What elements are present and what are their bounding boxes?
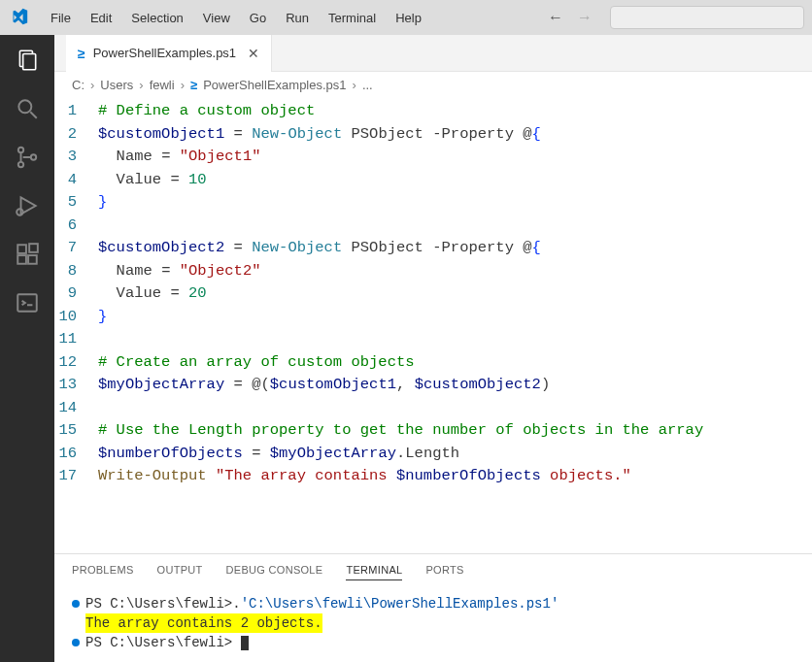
code-line[interactable]: 5} — [54, 191, 812, 215]
panel-tab-output[interactable]: OUTPUT — [157, 564, 203, 580]
svg-point-2 — [18, 100, 31, 113]
code-line[interactable]: 15# Use the Length property to get the n… — [54, 419, 812, 443]
code-line[interactable]: 9 Value = 20 — [54, 282, 812, 306]
crumb-file[interactable]: PowerShellExamples.ps1 — [203, 78, 346, 92]
search-icon[interactable] — [14, 95, 41, 122]
line-number: 6 — [54, 215, 98, 238]
menu-run[interactable]: Run — [276, 7, 319, 29]
nav-arrows: ← → — [548, 9, 592, 26]
code-content[interactable]: # Create an array of custom objects — [98, 351, 415, 375]
crumb-trail[interactable]: ... — [362, 78, 373, 92]
svg-rect-12 — [17, 294, 37, 311]
run-debug-icon[interactable] — [14, 192, 41, 219]
tab-title: PowerShellExamples.ps1 — [93, 46, 236, 60]
line-number: 16 — [54, 443, 98, 466]
svg-point-7 — [17, 209, 23, 215]
code-line[interactable]: 17Write-Output "The array contains $numb… — [54, 465, 812, 488]
line-number: 7 — [54, 237, 98, 260]
terminal-dot: . — [232, 594, 240, 613]
code-content[interactable] — [98, 215, 107, 238]
code-content[interactable]: Value = 20 — [98, 282, 207, 306]
crumb[interactable]: C: — [72, 78, 85, 92]
line-number: 3 — [54, 146, 98, 169]
code-line[interactable]: 13$myObjectArray = @($customObject1, $cu… — [54, 374, 812, 397]
code-content[interactable]: $myObjectArray = @($customObject1, $cust… — [98, 374, 550, 397]
code-content[interactable]: $customObject1 = New-Object PSObject -Pr… — [98, 123, 541, 147]
code-content[interactable]: Name = "Object1" — [98, 146, 260, 169]
code-line[interactable]: 16$numberOfObjects = $myObjectArray.Leng… — [54, 443, 812, 466]
terminal-line: PS C:\Users\fewli> — [72, 633, 795, 652]
tab-powershellexamples[interactable]: ≥ PowerShellExamples.ps1 ✕ — [66, 35, 272, 72]
panel-tab-ports[interactable]: PORTS — [425, 564, 463, 580]
line-number: 8 — [54, 260, 98, 283]
terminal-prompt: PS C:\Users\fewli> — [85, 594, 232, 613]
line-number: 2 — [54, 123, 98, 147]
code-line[interactable]: 11 — [54, 328, 812, 351]
code-content[interactable] — [98, 328, 107, 351]
svg-line-3 — [30, 112, 37, 118]
prompt-indicator-icon — [72, 600, 80, 608]
code-editor[interactable]: 1# Define a custom object2$customObject1… — [54, 98, 812, 553]
code-line[interactable]: 8 Name = "Object2" — [54, 260, 812, 283]
panel-tab-problems[interactable]: PROBLEMS — [72, 564, 134, 580]
svg-point-4 — [18, 148, 23, 152]
activity-bar — [0, 35, 54, 662]
explorer-icon[interactable] — [14, 47, 41, 74]
menu-edit[interactable]: Edit — [81, 7, 121, 29]
panel: PROBLEMSOUTPUTDEBUG CONSOLETERMINALPORTS… — [54, 553, 812, 662]
svg-rect-11 — [29, 244, 38, 252]
code-content[interactable]: } — [98, 306, 107, 329]
code-line[interactable]: 6 — [54, 215, 812, 238]
code-content[interactable]: # Define a custom object — [98, 100, 315, 123]
code-content[interactable]: Name = "Object2" — [98, 260, 260, 283]
code-line[interactable]: 7$customObject2 = New-Object PSObject -P… — [54, 237, 812, 260]
terminal-line: The array contains 2 objects. — [72, 613, 795, 633]
code-line[interactable]: 12# Create an array of custom objects — [54, 351, 812, 375]
line-number: 15 — [54, 419, 98, 443]
code-content[interactable]: Write-Output "The array contains $number… — [98, 465, 631, 488]
extensions-icon[interactable] — [14, 241, 41, 268]
code-line[interactable]: 3 Name = "Object1" — [54, 146, 812, 169]
powershell-file-icon: ≥ — [78, 46, 85, 61]
code-line[interactable]: 1# Define a custom object — [54, 100, 812, 123]
menu-bar: FileEditSelectionViewGoRunTerminalHelp — [41, 11, 431, 25]
close-icon[interactable]: ✕ — [248, 46, 259, 61]
code-content[interactable]: $customObject2 = New-Object PSObject -Pr… — [98, 237, 541, 260]
line-number: 1 — [54, 100, 98, 123]
crumb[interactable]: Users — [100, 78, 133, 92]
menu-help[interactable]: Help — [386, 7, 431, 29]
terminal-pane-icon[interactable] — [14, 289, 41, 316]
line-number: 11 — [54, 328, 98, 351]
code-line[interactable]: 14 — [54, 397, 812, 420]
panel-tab-debug-console[interactable]: DEBUG CONSOLE — [226, 564, 323, 580]
breadcrumbs[interactable]: C:› Users› fewli› ≥ PowerShellExamples.p… — [54, 72, 812, 98]
code-line[interactable]: 2$customObject1 = New-Object PSObject -P… — [54, 123, 812, 147]
menu-file[interactable]: File — [41, 7, 81, 29]
code-line[interactable]: 10} — [54, 306, 812, 329]
code-content[interactable]: $numberOfObjects = $myObjectArray.Length — [98, 443, 459, 466]
code-content[interactable]: Value = 10 — [98, 169, 207, 192]
crumb[interactable]: fewli — [150, 78, 175, 92]
nav-back-icon[interactable]: ← — [548, 9, 563, 26]
vscode-logo-icon — [8, 7, 29, 28]
terminal-prompt: PS C:\Users\fewli> — [85, 633, 232, 652]
menu-go[interactable]: Go — [240, 7, 276, 29]
menu-view[interactable]: View — [193, 7, 240, 29]
line-number: 13 — [54, 374, 98, 397]
command-center-search[interactable] — [610, 6, 804, 29]
menu-terminal[interactable]: Terminal — [319, 7, 386, 29]
source-control-icon[interactable] — [14, 144, 41, 171]
code-line[interactable]: 4 Value = 10 — [54, 169, 812, 192]
editor-tabs: ≥ PowerShellExamples.ps1 ✕ — [54, 35, 812, 72]
line-number: 17 — [54, 465, 98, 488]
line-number: 10 — [54, 306, 98, 329]
terminal-output[interactable]: PS C:\Users\fewli> . 'C:\Users\fewli\Pow… — [54, 590, 812, 662]
code-content[interactable]: } — [98, 191, 107, 215]
line-number: 14 — [54, 397, 98, 420]
panel-tab-terminal[interactable]: TERMINAL — [346, 564, 402, 580]
menu-selection[interactable]: Selection — [121, 7, 192, 29]
nav-forward-icon[interactable]: → — [577, 9, 592, 26]
panel-tabs: PROBLEMSOUTPUTDEBUG CONSOLETERMINALPORTS — [54, 554, 812, 590]
code-content[interactable] — [98, 397, 107, 420]
code-content[interactable]: # Use the Length property to get the num… — [98, 419, 703, 443]
